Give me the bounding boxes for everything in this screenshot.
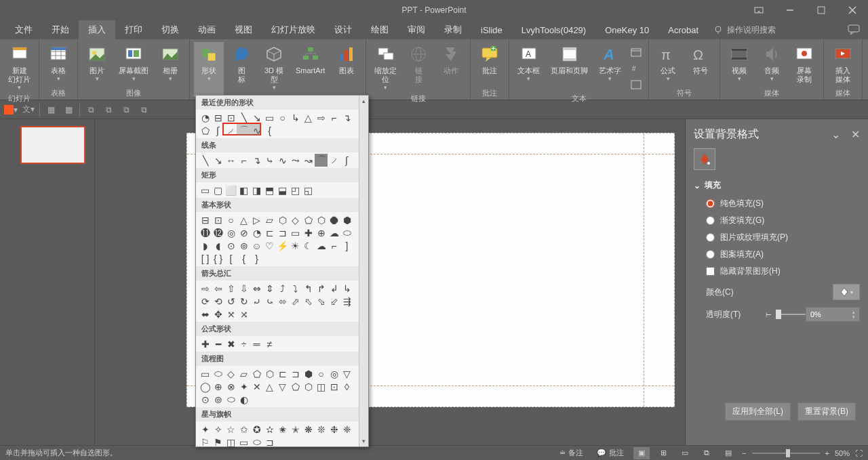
color-picker-button[interactable]: ▾: [833, 284, 860, 300]
tab-slideshow[interactable]: 幻灯片放映: [262, 20, 325, 39]
shape-basic[interactable]: ⬡: [315, 213, 328, 226]
shape-basic[interactable]: ☁: [315, 239, 328, 252]
tab-view[interactable]: 视图: [225, 20, 262, 39]
shape-arrow[interactable]: ⬃: [328, 295, 340, 308]
fill-section-toggle[interactable]: ⌄ 填充: [694, 180, 860, 191]
shape-basic[interactable]: ⊏: [263, 226, 276, 239]
notes-button[interactable]: ≐ 备注: [555, 448, 587, 458]
qb-group-3[interactable]: ⧉: [118, 102, 134, 117]
qb-group-1[interactable]: ⧉: [83, 102, 99, 117]
shape-basic[interactable]: { }: [212, 252, 224, 265]
tab-transition[interactable]: 切换: [152, 20, 189, 39]
shape-flow[interactable]: ⊡: [328, 380, 340, 393]
shape-flow[interactable]: ◇: [224, 367, 237, 380]
shape-star[interactable]: ❉: [328, 423, 340, 436]
tab-record[interactable]: 录制: [435, 20, 471, 39]
shape-rect-1[interactable]: ▭: [199, 184, 212, 196]
shape-rect[interactable]: ▭: [263, 111, 276, 124]
shape-star[interactable]: ✩: [237, 423, 250, 436]
shapes-scrollbar[interactable]: ▴ ▾: [359, 96, 368, 446]
shape-basic[interactable]: ▱: [263, 213, 276, 226]
tab-home[interactable]: 开始: [42, 20, 79, 39]
wordart-button[interactable]: A 艺术字 ▾: [595, 42, 625, 92]
tell-me-search[interactable]: 操作说明搜索: [713, 20, 776, 39]
shape-basic[interactable]: }: [250, 252, 263, 265]
shape-basic[interactable]: ⊚: [237, 239, 250, 252]
shape-basic[interactable]: ○: [224, 213, 237, 226]
shape-basic[interactable]: ♡: [263, 239, 276, 252]
shape-star[interactable]: ✫: [263, 423, 276, 436]
shape-arrow[interactable]: ⬄: [276, 295, 289, 308]
shape-rect-5[interactable]: ◨: [250, 184, 263, 196]
zoom-in-button[interactable]: +: [825, 449, 829, 457]
slide-number-icon[interactable]: #: [628, 61, 644, 76]
shape-basic[interactable]: ⚡: [276, 239, 289, 252]
shape-arrow[interactable]: ⇧: [224, 282, 237, 295]
shape-arrow[interactable]: ⤨: [237, 308, 250, 320]
shape-flow[interactable]: △: [263, 380, 276, 393]
shape-rect-4[interactable]: ◧: [237, 184, 250, 196]
shape-arrow[interactable]: ⤵: [289, 282, 302, 295]
shape-line-3[interactable]: ↔: [224, 154, 237, 167]
comments-button[interactable]: 💬 批注: [593, 448, 628, 458]
qb-align-1[interactable]: ▦: [43, 102, 59, 117]
new-slide-button[interactable]: 新建 幻灯片 ▾: [4, 42, 35, 92]
check-hide-bg[interactable]: 隐藏背景图形(H): [706, 266, 860, 277]
shape-arrow[interactable]: ⬁: [302, 295, 315, 308]
fill-category-button[interactable]: [694, 148, 715, 170]
view-reading-button[interactable]: ▭: [677, 447, 693, 459]
tab-draw[interactable]: 绘图: [361, 20, 398, 39]
close-icon[interactable]: ✕: [851, 128, 860, 141]
shape-arrow[interactable]: ↱: [315, 282, 328, 295]
shape-flow[interactable]: ⬡: [302, 380, 315, 393]
shape-basic[interactable]: ⯃: [328, 213, 340, 226]
shape-flow[interactable]: ✦: [237, 380, 250, 393]
shape-flow[interactable]: ⬠: [250, 367, 263, 380]
shape-star[interactable]: ❈: [340, 423, 353, 436]
textbox-button[interactable]: A 文本框 ▾: [513, 42, 544, 92]
shape-basic[interactable]: ⬠: [302, 213, 315, 226]
zoom-out-button[interactable]: −: [742, 449, 746, 457]
scroll-up-icon[interactable]: ▴: [359, 96, 368, 106]
shape-curve-hover[interactable]: ⌒: [315, 154, 328, 167]
shape-flow[interactable]: ⊚: [212, 393, 224, 406]
shape-pie[interactable]: ◔: [199, 111, 212, 124]
shape-flow[interactable]: ◎: [328, 367, 340, 380]
shape-basic[interactable]: [: [224, 252, 237, 265]
shape-flow[interactable]: ⬠: [289, 380, 302, 393]
shape-banner[interactable]: ⊐: [263, 436, 276, 448]
shape-basic[interactable]: ⊘: [237, 226, 250, 239]
tab-print[interactable]: 打印: [115, 20, 152, 39]
shape-star[interactable]: ❋: [302, 423, 315, 436]
comments-icon[interactable]: [848, 20, 860, 39]
zoom-slider[interactable]: [752, 453, 820, 454]
shape-basic[interactable]: ⬡: [276, 213, 289, 226]
shape-arrow[interactable]: ⟳: [199, 295, 212, 308]
tab-design[interactable]: 设计: [325, 20, 361, 39]
shape-equal[interactable]: ═: [250, 337, 263, 350]
tab-islide[interactable]: iSlide: [471, 20, 512, 39]
tab-animation[interactable]: 动画: [189, 20, 225, 39]
shape-arrow[interactable]: ⇨: [199, 282, 212, 295]
audio-button[interactable]: 音频 ▾: [757, 42, 787, 87]
shape-line-1[interactable]: ╲: [199, 154, 212, 167]
qb-group-2[interactable]: ⧉: [100, 102, 117, 117]
shape-flow[interactable]: ⬭: [224, 393, 237, 406]
qb-align-2[interactable]: ▦: [60, 102, 77, 117]
shape-minus[interactable]: ━: [212, 337, 224, 350]
shape-arrow-right[interactable]: ⇨: [315, 111, 328, 124]
transparency-slider[interactable]: ⊢: [766, 311, 806, 318]
shape-flow[interactable]: ⊏: [276, 367, 289, 380]
symbol-button[interactable]: Ω 符号: [686, 42, 715, 87]
shape-rect-3[interactable]: ⬜: [224, 184, 237, 196]
shape-flow[interactable]: ✕: [250, 380, 263, 393]
tab-lvyhtools[interactable]: LvyhTools(0429): [512, 20, 595, 39]
shape-line-5[interactable]: ↴: [250, 154, 263, 167]
radio-pattern-fill[interactable]: 图案填充(A): [706, 249, 860, 260]
fit-to-window-button[interactable]: ⛶: [855, 449, 863, 457]
shape-basic[interactable]: ☺: [250, 239, 263, 252]
shape-basic[interactable]: ⊡: [212, 213, 224, 226]
shape-multiply[interactable]: ✖: [224, 337, 237, 350]
shape-arrow[interactable]: ⟲: [212, 295, 224, 308]
shape-line-4[interactable]: ⌐: [237, 154, 250, 167]
